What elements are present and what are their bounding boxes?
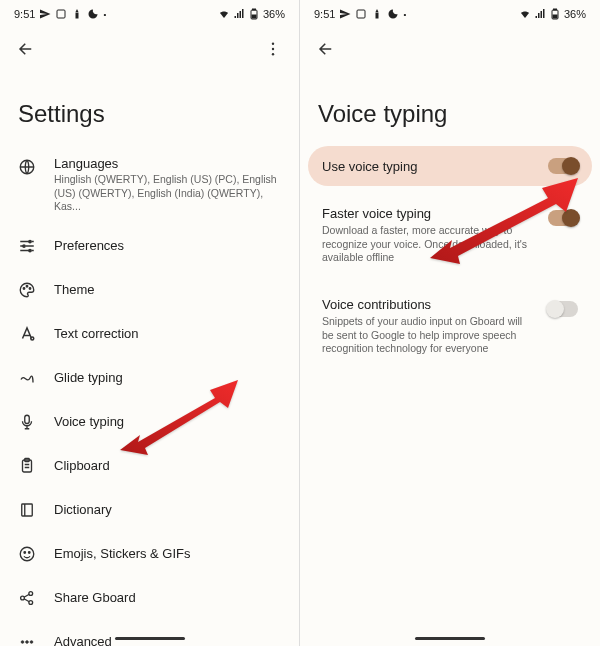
row-emojis[interactable]: Emojis, Stickers & GIFs [4,532,295,576]
screen-voice-typing: 9:51 • 36% Voice typing [300,0,600,646]
row-label: Emojis, Stickers & GIFs [54,546,283,561]
svg-rect-0 [57,10,65,18]
battery-icon [549,8,561,20]
svg-point-9 [23,245,25,247]
row-label: Dictionary [54,502,283,517]
status-battery: 36% [263,8,285,20]
screen-settings: 9:51 • 36% Settings [0,0,300,646]
app-bar [300,24,600,68]
book-icon [16,499,38,521]
row-sub: Download a faster, more accurate way to … [322,224,538,265]
svg-rect-18 [22,504,33,516]
row-label: Voice typing [54,414,283,429]
row-share-gboard[interactable]: Share Gboard [4,576,295,620]
back-button[interactable] [12,35,40,63]
row-label: Preferences [54,238,283,253]
globe-icon [16,156,38,178]
toggle-use-voice-typing[interactable] [548,158,578,174]
person-icon [371,8,383,20]
palette-icon [16,279,38,301]
back-button[interactable] [312,35,340,63]
svg-rect-31 [553,15,557,18]
app-bar [0,24,299,68]
moon-icon [87,8,99,20]
row-dictionary[interactable]: Dictionary [4,488,295,532]
row-voice-typing[interactable]: Voice typing [4,400,295,444]
row-label: Glide typing [54,370,283,385]
svg-point-13 [29,288,31,290]
svg-point-11 [23,288,25,290]
row-faster-voice-typing[interactable]: Faster voice typing Download a faster, m… [308,194,592,277]
signal-icon [534,8,546,20]
gesture-icon [16,367,38,389]
clipboard-icon [16,455,38,477]
svg-rect-28 [357,10,365,18]
row-label: Voice contributions [322,297,538,312]
svg-point-14 [31,337,34,340]
send-icon [339,8,351,20]
text-icon [16,323,38,345]
wifi-icon [218,8,230,20]
signal-icon [233,8,245,20]
page-title: Settings [0,68,299,146]
svg-point-27 [30,641,33,644]
app-icon [355,8,367,20]
dot-icon: • [103,10,106,19]
row-label: Languages [54,156,283,171]
page-title: Voice typing [300,68,600,146]
moon-icon [387,8,399,20]
row-voice-contributions[interactable]: Voice contributions Snippets of your aud… [308,285,592,368]
svg-point-26 [26,641,29,644]
wifi-icon [519,8,531,20]
row-clipboard[interactable]: Clipboard [4,444,295,488]
app-icon [55,8,67,20]
svg-point-20 [24,552,26,554]
mic-icon [16,411,38,433]
row-sub: Hinglish (QWERTY), English (US) (PC), En… [54,173,283,214]
toggle-voice-contributions[interactable] [548,301,578,317]
status-bar: 9:51 • 36% [300,0,600,24]
voice-typing-list: Use voice typing Faster voice typing Dow… [300,146,600,368]
row-theme[interactable]: Theme [4,268,295,312]
status-time: 9:51 [314,8,335,20]
svg-point-19 [20,547,34,561]
svg-point-8 [29,240,31,242]
svg-point-10 [29,249,31,251]
row-label: Theme [54,282,283,297]
settings-list: Languages Hinglish (QWERTY), English (US… [0,146,299,646]
row-glide-typing[interactable]: Glide typing [4,356,295,400]
person-icon [71,8,83,20]
svg-point-5 [272,48,274,50]
row-text-correction[interactable]: Text correction [4,312,295,356]
row-sub: Snippets of your audio input on Gboard w… [322,315,538,356]
row-advanced[interactable]: Advanced [4,620,295,646]
row-label: Clipboard [54,458,283,473]
battery-icon [248,8,260,20]
emoji-icon [16,543,38,565]
svg-point-25 [21,641,24,644]
dots-icon [16,631,38,646]
svg-rect-15 [25,415,30,423]
svg-point-12 [26,285,28,287]
share-icon [16,587,38,609]
tune-icon [16,235,38,257]
svg-rect-2 [252,9,255,10]
status-bar: 9:51 • 36% [0,0,299,24]
row-label: Share Gboard [54,590,283,605]
svg-rect-3 [252,15,256,18]
gesture-bar[interactable] [115,637,185,640]
dot-icon: • [403,10,406,19]
row-label: Text correction [54,326,283,341]
row-languages[interactable]: Languages Hinglish (QWERTY), English (US… [4,146,295,224]
row-label: Use voice typing [322,159,538,174]
row-use-voice-typing[interactable]: Use voice typing [308,146,592,186]
svg-rect-30 [553,9,556,10]
toggle-faster-voice-typing[interactable] [548,210,578,226]
row-label: Faster voice typing [322,206,538,221]
svg-point-4 [272,43,274,45]
status-battery: 36% [564,8,586,20]
row-preferences[interactable]: Preferences [4,224,295,268]
overflow-button[interactable] [259,35,287,63]
gesture-bar[interactable] [415,637,485,640]
svg-point-6 [272,53,274,55]
